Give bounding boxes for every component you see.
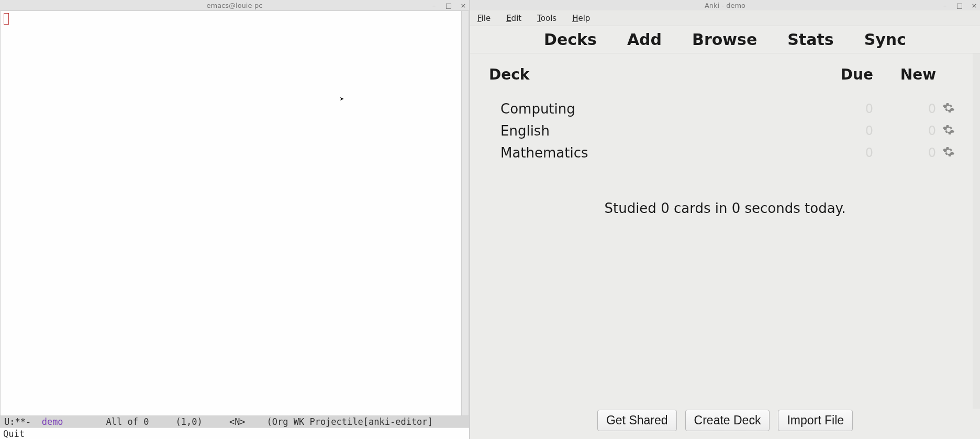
header-new: New — [873, 66, 936, 83]
gear-icon[interactable] — [936, 102, 961, 116]
minimize-icon[interactable]: – — [941, 2, 949, 9]
studied-text: Studied 0 cards in 0 seconds today. — [489, 200, 961, 216]
toolbar-browse[interactable]: Browse — [692, 30, 757, 49]
modeline-left: U:**- — [4, 417, 42, 427]
anki-toolbar: Decks Add Browse Stats Sync — [470, 26, 980, 53]
toolbar-decks[interactable]: Decks — [544, 30, 597, 49]
maximize-icon[interactable]: □ — [956, 2, 963, 9]
deck-due: 0 — [810, 145, 873, 160]
modeline-buffer: demo — [42, 417, 63, 427]
toolbar-add[interactable]: Add — [627, 30, 662, 49]
deck-name[interactable]: Computing — [489, 101, 810, 117]
emacs-titlebar: emacs@louie-pc – □ × — [0, 0, 469, 10]
deck-new: 0 — [873, 145, 936, 160]
create-deck-button[interactable]: Create Deck — [685, 410, 770, 431]
anki-title: Anki - demo — [705, 2, 745, 9]
anki-titlebar: Anki - demo – □ × — [470, 0, 980, 10]
menu-edit[interactable]: Edit — [506, 14, 521, 23]
get-shared-button[interactable]: Get Shared — [597, 410, 677, 431]
menu-help[interactable]: Help — [572, 14, 590, 23]
anki-menubar: File Edit Tools Help — [470, 10, 980, 26]
emacs-cursor — [4, 13, 9, 25]
deck-row: English 0 0 — [489, 120, 961, 142]
minimize-icon[interactable]: – — [430, 2, 438, 9]
deck-due: 0 — [810, 123, 873, 138]
deck-row: Mathematics 0 0 — [489, 142, 961, 164]
close-icon[interactable]: × — [460, 2, 467, 9]
emacs-body: ➤ — [0, 10, 469, 416]
anki-window: Anki - demo – □ × File Edit Tools Help D… — [470, 0, 980, 439]
gear-icon[interactable] — [936, 145, 961, 160]
mouse-pointer-icon: ➤ — [340, 95, 344, 103]
close-icon[interactable]: × — [971, 2, 978, 9]
deck-list-header: Deck Due New — [489, 63, 961, 98]
maximize-icon[interactable]: □ — [445, 2, 452, 9]
menu-file[interactable]: File — [477, 14, 491, 23]
anki-scrollbar[interactable] — [973, 53, 980, 409]
deck-due: 0 — [810, 102, 873, 116]
header-due: Due — [810, 66, 873, 83]
deck-new: 0 — [873, 123, 936, 138]
header-deck: Deck — [489, 66, 810, 83]
anki-bottom-bar: Get Shared Create Deck Import File — [470, 409, 980, 439]
emacs-minibuffer[interactable]: Quit — [0, 427, 469, 439]
toolbar-sync[interactable]: Sync — [864, 30, 906, 49]
minibuffer-text: Quit — [3, 429, 25, 439]
emacs-buffer[interactable]: ➤ — [1, 11, 461, 415]
gear-icon[interactable] — [936, 123, 961, 138]
emacs-window-controls: – □ × — [430, 2, 467, 9]
modeline-middle: All of 0 (1,0) <N> (Org WK Projectile[an… — [63, 417, 433, 427]
anki-window-controls: – □ × — [941, 2, 978, 9]
emacs-window: emacs@louie-pc – □ × ➤ U:**- demo All of… — [0, 0, 470, 439]
emacs-modeline: U:**- demo All of 0 (1,0) <N> (Org WK Pr… — [0, 416, 469, 427]
deck-row: Computing 0 0 — [489, 98, 961, 120]
anki-main: Deck Due New Computing 0 0 English 0 0 M… — [470, 53, 980, 409]
deck-name[interactable]: English — [489, 123, 810, 139]
emacs-title: emacs@louie-pc — [206, 2, 262, 9]
deck-new: 0 — [873, 102, 936, 116]
emacs-scrollbar[interactable] — [461, 11, 469, 415]
deck-name[interactable]: Mathematics — [489, 145, 810, 161]
menu-tools[interactable]: Tools — [537, 14, 556, 23]
toolbar-stats[interactable]: Stats — [787, 30, 833, 49]
import-file-button[interactable]: Import File — [778, 410, 853, 431]
